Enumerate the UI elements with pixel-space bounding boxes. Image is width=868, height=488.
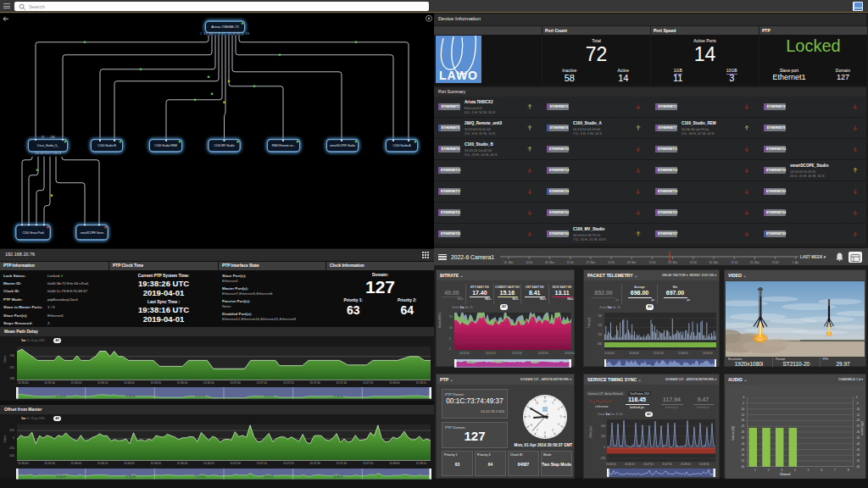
- svg-text:30. Mar: 30. Mar: [709, 261, 720, 264]
- svg-text:12: 12: [543, 400, 547, 403]
- svg-text:C100 Venue Prod: C100 Venue Prod: [22, 230, 43, 234]
- svg-text:26. Mar: 26. Mar: [545, 261, 555, 264]
- svg-text:15:37:00: 15:37:00: [195, 395, 205, 398]
- svg-text:12:00: 12:00: [690, 261, 697, 264]
- svg-text:12:00: 12:00: [608, 261, 615, 264]
- svg-text:31. Mar: 31. Mar: [750, 261, 760, 264]
- svg-text:6: 6: [544, 431, 546, 435]
- svg-text:7: 7: [537, 429, 538, 432]
- svg-text:2: 2: [558, 408, 559, 411]
- svg-text:12:00: 12:00: [567, 261, 574, 264]
- svg-text:1. Apr: 1. Apr: [793, 261, 798, 264]
- svg-text:1 33 34 7 8 41 10 6 35 5 39: 1 33 34 7 8 41 10 6 35 5 39: [200, 31, 250, 35]
- svg-text:C100 MV Studio: C100 MV Studio: [214, 144, 234, 147]
- svg-text:Cisco_Studio_S_: Cisco_Studio_S_: [37, 144, 58, 147]
- svg-text:11: 11: [536, 402, 539, 405]
- svg-text:C100 Studio B: C100 Studio B: [97, 144, 116, 147]
- svg-text:C100 Studio A: C100 Studio A: [392, 144, 411, 147]
- svg-text:15:36:00: 15:36:00: [56, 395, 66, 398]
- svg-text:LAWO: LAWO: [439, 69, 478, 82]
- svg-text:C100 Studio REM: C100 Studio REM: [154, 144, 177, 147]
- svg-text:1: 1: [552, 402, 554, 405]
- svg-text:smartSCOPE Studio: smartSCOPE Studio: [330, 144, 355, 147]
- svg-text:15:36:00: 15:36:00: [56, 475, 66, 479]
- svg-text:12:00: 12:00: [731, 261, 737, 264]
- svg-text:15:37:00: 15:37:00: [195, 475, 205, 479]
- svg-text:15:37:30: 15:37:30: [264, 395, 274, 398]
- svg-text:3: 3: [560, 415, 562, 419]
- svg-text:smartSCOPE Venue: smartSCOPE Venue: [81, 230, 104, 234]
- svg-text:12:00: 12:00: [648, 261, 655, 264]
- svg-text:9: 9: [529, 415, 531, 419]
- svg-text:27. Mar: 27. Mar: [586, 261, 596, 264]
- svg-text:5: 5: [552, 429, 554, 432]
- svg-text:RMG Remote un...: RMG Remote un...: [272, 144, 296, 147]
- svg-text:1/2 1/48: 1/2 1/48: [42, 136, 55, 139]
- svg-text:15:36:30: 15:36:30: [125, 395, 136, 398]
- svg-text:15:37:30: 15:37:30: [264, 475, 274, 479]
- svg-text:15:38:00: 15:38:00: [333, 475, 343, 479]
- svg-text:12:00: 12:00: [526, 261, 532, 264]
- svg-text:1/24 1/32 1/24 1/7 1/36 1/3: 1/24 1/32 1/24 1/7 1/36 1/3: [35, 152, 62, 155]
- svg-text:15:36:30: 15:36:30: [125, 475, 136, 479]
- svg-text:4: 4: [558, 423, 559, 426]
- svg-text:15:38:00: 15:38:00: [333, 395, 343, 398]
- svg-text:25. Mar: 25. Mar: [504, 261, 515, 264]
- svg-text:12:00: 12:00: [772, 261, 779, 264]
- svg-text:Arista-7280SE-72: Arista-7280SE-72: [211, 25, 239, 29]
- svg-text:28. Mar: 28. Mar: [627, 261, 637, 264]
- svg-text:8: 8: [531, 424, 532, 427]
